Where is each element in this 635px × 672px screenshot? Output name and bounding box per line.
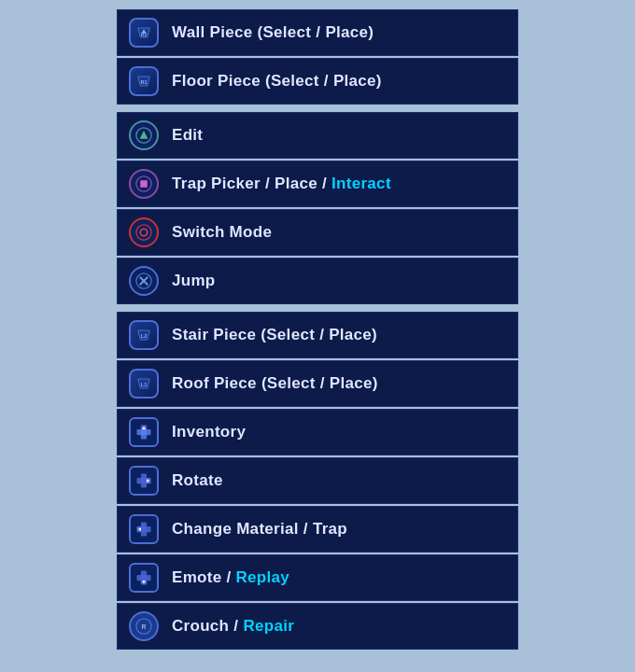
l1-button-icon: L1: [129, 369, 159, 399]
cross-button-icon: [129, 266, 159, 296]
triangle-button-icon: [129, 120, 159, 150]
rotate-label: Rotate: [172, 471, 223, 490]
wall-piece-row: R2 Wall Piece (Select / Place): [117, 9, 518, 56]
controls-list: R2 Wall Piece (Select / Place) R1 Floor …: [117, 9, 518, 657]
svg-rect-24: [141, 478, 147, 483]
dpad-left-icon: [129, 514, 159, 544]
stair-piece-label: Stair Piece (Select / Place): [172, 326, 377, 344]
roof-piece-label: Roof Piece (Select / Place): [172, 374, 378, 393]
svg-text:L2: L2: [141, 333, 148, 339]
emote-label-highlight: Replay: [236, 568, 290, 586]
trap-picker-label-highlight: Interact: [332, 175, 391, 192]
svg-text:R: R: [142, 623, 147, 630]
dpad-up-icon: [129, 417, 159, 447]
rotate-row: Rotate: [117, 457, 518, 504]
trap-picker-label-normal: Trap Picker / Place /: [172, 175, 332, 192]
emote-row: Emote / Replay: [117, 554, 518, 601]
group-wall-floor: R2 Wall Piece (Select / Place) R1 Floor …: [117, 9, 518, 105]
switch-mode-label: Switch Mode: [172, 223, 272, 242]
emote-label-normal: Emote /: [172, 568, 236, 586]
svg-rect-18: [141, 429, 147, 435]
r-button-icon: R: [129, 611, 159, 641]
wall-piece-label: Wall Piece (Select / Place): [172, 23, 374, 42]
edit-row: Edit: [117, 112, 518, 159]
svg-text:R2: R2: [141, 32, 148, 37]
trap-picker-row: Trap Picker / Place / Interact: [117, 161, 518, 207]
svg-point-7: [136, 225, 151, 240]
svg-rect-36: [141, 575, 147, 581]
group-actions: Edit Trap Picker / Place / Interact Swit…: [117, 112, 518, 304]
stair-piece-row: L2 Stair Piece (Select / Place): [117, 312, 518, 358]
jump-label: Jump: [172, 272, 216, 290]
crouch-label-highlight: Repair: [243, 617, 294, 635]
dpad-right-icon: [129, 466, 159, 496]
l2-button-icon: L2: [129, 320, 159, 350]
r1-button-icon: R1: [129, 66, 159, 96]
switch-mode-row: Switch Mode: [117, 209, 518, 256]
svg-rect-30: [141, 526, 147, 532]
floor-piece-label: Floor Piece (Select / Place): [172, 72, 382, 91]
square-button-icon: [129, 169, 159, 199]
group-secondary: L2 Stair Piece (Select / Place) L1 Roof …: [117, 312, 518, 650]
crouch-label: Crouch / Repair: [172, 617, 294, 636]
circle-button-icon: [129, 217, 159, 247]
svg-text:R1: R1: [140, 79, 147, 85]
r2-button-icon: R2: [129, 18, 159, 48]
inventory-row: Inventory: [117, 409, 518, 455]
floor-piece-row: R1 Floor Piece (Select / Place): [117, 58, 518, 105]
inventory-label: Inventory: [172, 423, 246, 441]
crouch-row: R Crouch / Repair: [117, 603, 518, 650]
jump-row: Jump: [117, 258, 518, 304]
change-material-label: Change Material / Trap: [172, 520, 347, 539]
svg-text:L1: L1: [141, 382, 148, 387]
emote-label: Emote / Replay: [172, 568, 289, 587]
dpad-down-icon: [129, 563, 159, 593]
roof-piece-row: L1 Roof Piece (Select / Place): [117, 360, 518, 407]
change-material-row: Change Material / Trap: [117, 506, 518, 553]
edit-label: Edit: [172, 126, 203, 145]
trap-picker-label: Trap Picker / Place / Interact: [172, 175, 391, 193]
svg-rect-6: [140, 180, 148, 188]
crouch-label-normal: Crouch /: [172, 617, 243, 635]
